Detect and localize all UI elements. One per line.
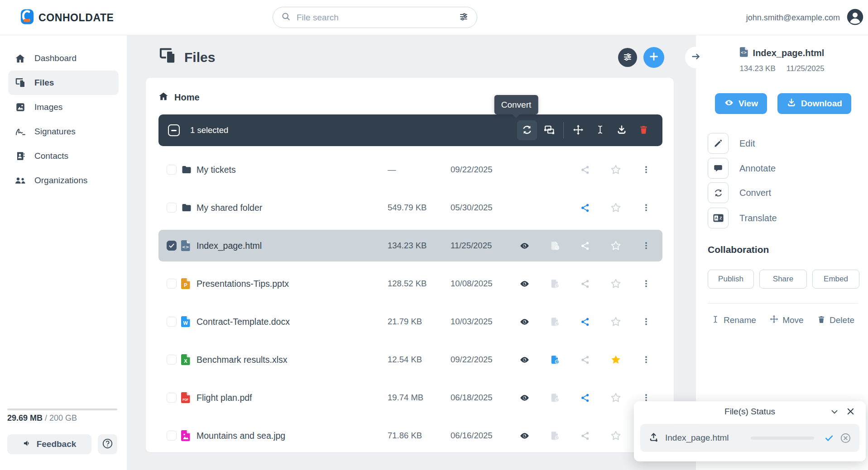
file-check-icon[interactable] [540, 355, 570, 365]
share-button[interactable]: Share [759, 270, 807, 289]
search-input[interactable] [297, 13, 453, 23]
row-checkbox[interactable] [167, 355, 177, 365]
preview-eye-icon[interactable] [509, 431, 540, 441]
star-icon[interactable] [600, 164, 631, 175]
star-icon[interactable] [600, 354, 631, 365]
delete-action[interactable]: Delete [817, 315, 854, 326]
html-file-icon: <> [740, 47, 748, 59]
avatar[interactable] [847, 9, 863, 27]
rename-label: Rename [724, 315, 756, 325]
move-action[interactable]: Move [770, 315, 803, 326]
select-all-checkbox[interactable] [168, 124, 180, 136]
convert-icon [522, 124, 532, 137]
view-settings-button[interactable] [618, 48, 637, 67]
search-bar[interactable] [273, 7, 477, 28]
breadcrumb[interactable]: Home [158, 91, 200, 104]
convert-label: Convert [739, 188, 771, 198]
file-row[interactable]: Mountains and sea.jpg71.86 KB06/16/2025 [158, 420, 662, 451]
breadcrumb-label: Home [174, 92, 200, 103]
kebab-menu-icon[interactable] [631, 355, 661, 365]
file-row[interactable]: My shared folder549.79 KB05/30/2025 [158, 192, 662, 223]
close-icon[interactable] [845, 406, 856, 418]
share-icon[interactable] [570, 241, 600, 251]
row-checkbox[interactable] [167, 165, 177, 175]
file-row[interactable]: WContract-Template.docx21.79 KB10/03/202… [158, 306, 662, 337]
share-icon[interactable] [570, 279, 600, 289]
edit-action[interactable]: Edit [708, 133, 755, 154]
star-icon[interactable] [600, 278, 631, 289]
publish-button[interactable]: Publish [708, 270, 754, 289]
share-icon[interactable] [570, 393, 600, 403]
share-icon[interactable] [570, 431, 600, 441]
share-icon[interactable] [570, 355, 600, 365]
combine-button[interactable] [539, 120, 559, 140]
star-icon[interactable] [600, 202, 631, 213]
embed-button[interactable]: Embed [812, 270, 859, 289]
preview-eye-icon[interactable] [509, 279, 540, 289]
share-icon[interactable] [570, 165, 600, 175]
delete-button[interactable] [633, 120, 653, 140]
file-row[interactable]: PDFFlight plan.pdf19.74 MB06/18/2025 [158, 382, 662, 413]
annotate-action[interactable]: Annotate [708, 158, 776, 179]
star-icon[interactable] [600, 316, 631, 327]
star-icon[interactable] [600, 392, 631, 403]
row-checkbox[interactable] [167, 393, 177, 403]
row-checkbox[interactable] [167, 431, 177, 441]
sidebar-item-dashboard[interactable]: Dashboard [8, 46, 119, 71]
kebab-menu-icon[interactable] [631, 279, 661, 289]
brand-logo[interactable]: CONHOLDATE [20, 9, 114, 26]
share-icon[interactable] [570, 317, 600, 327]
row-checkbox[interactable] [167, 203, 177, 213]
rename-action[interactable]: Rename [711, 315, 756, 326]
sidebar-item-organizations[interactable]: Organizations [8, 168, 119, 193]
svg-text:A: A [715, 216, 717, 220]
home-icon [158, 91, 168, 104]
file-row[interactable]: PPresentations-Tips.pptx128.52 KB10/08/2… [158, 268, 662, 299]
translate-action[interactable]: AZ Translate [708, 208, 777, 228]
trash-icon [817, 315, 825, 326]
chevron-down-icon[interactable] [830, 407, 839, 418]
file-check-icon[interactable] [540, 431, 570, 441]
signature-icon [14, 127, 26, 137]
help-button[interactable] [98, 434, 117, 454]
convert-action[interactable]: Convert [708, 182, 771, 203]
row-checkbox[interactable] [167, 241, 177, 251]
sidebar-item-contacts[interactable]: Contacts [8, 144, 119, 168]
move-button[interactable] [568, 120, 588, 140]
convert-button[interactable] [517, 120, 537, 140]
kebab-menu-icon[interactable] [631, 203, 661, 213]
file-check-icon[interactable] [540, 241, 570, 251]
feedback-button[interactable]: Feedback [7, 434, 91, 454]
cancel-upload-icon[interactable] [840, 432, 851, 444]
kebab-menu-icon[interactable] [631, 241, 661, 251]
preview-eye-icon[interactable] [509, 317, 540, 327]
share-icon[interactable] [570, 203, 600, 213]
star-icon[interactable] [600, 430, 631, 441]
file-row[interactable]: <>Index_page.html134.23 KB11/25/2025 [158, 230, 662, 261]
search-filters-icon[interactable] [459, 12, 469, 24]
file-status-panel: File(s) Status Index_page.html [634, 401, 866, 461]
sidebar-item-signatures[interactable]: Signatures [8, 119, 119, 144]
view-button[interactable]: View [715, 93, 767, 114]
file-row[interactable]: My tickets—09/22/2025 [158, 154, 662, 185]
download-button[interactable] [612, 120, 632, 140]
star-icon[interactable] [600, 240, 631, 251]
preview-eye-icon[interactable] [509, 355, 540, 365]
sidebar-item-label: Organizations [34, 176, 87, 185]
file-row[interactable]: XBenchmark results.xlsx12.54 KB09/22/202… [158, 344, 662, 375]
row-checkbox[interactable] [167, 317, 177, 327]
preview-eye-icon[interactable] [509, 241, 540, 251]
add-file-button[interactable] [643, 47, 664, 68]
sidebar-item-files[interactable]: Files [8, 71, 119, 95]
kebab-menu-icon[interactable] [631, 165, 661, 175]
preview-eye-icon[interactable] [509, 393, 540, 403]
rename-button[interactable] [590, 120, 610, 140]
sidebar-item-images[interactable]: Images [8, 95, 119, 119]
move-icon [770, 315, 778, 326]
download-file-button[interactable]: Download [777, 93, 851, 114]
file-check-icon[interactable] [540, 393, 570, 403]
file-check-icon[interactable] [540, 317, 570, 327]
row-checkbox[interactable] [167, 279, 177, 289]
file-check-icon[interactable] [540, 279, 570, 289]
kebab-menu-icon[interactable] [631, 317, 661, 327]
